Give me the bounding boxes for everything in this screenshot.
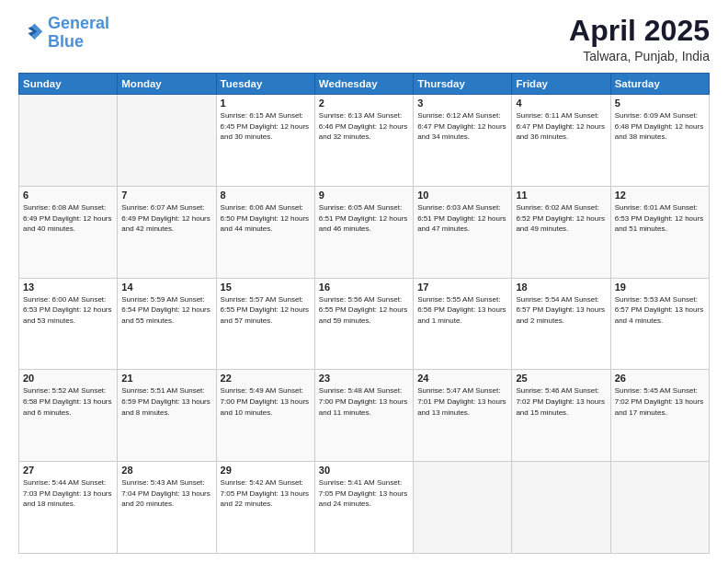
calendar-day-header: Tuesday — [216, 74, 314, 95]
calendar-cell: 17Sunrise: 5:55 AM Sunset: 6:56 PM Dayli… — [414, 278, 512, 370]
calendar-day-header: Sunday — [19, 74, 118, 95]
calendar-cell: 11Sunrise: 6:02 AM Sunset: 6:52 PM Dayli… — [512, 186, 610, 278]
calendar-cell: 6Sunrise: 6:08 AM Sunset: 6:49 PM Daylig… — [19, 186, 118, 278]
cell-content: Sunrise: 6:02 AM Sunset: 6:52 PM Dayligh… — [516, 202, 606, 235]
cell-content: Sunrise: 5:57 AM Sunset: 6:55 PM Dayligh… — [221, 294, 311, 327]
cell-content: Sunrise: 5:44 AM Sunset: 7:03 PM Dayligh… — [23, 477, 113, 510]
day-number: 24 — [417, 373, 507, 384]
calendar-week-row: 13Sunrise: 6:00 AM Sunset: 6:53 PM Dayli… — [19, 278, 710, 370]
calendar-week-row: 20Sunrise: 5:52 AM Sunset: 6:58 PM Dayli… — [19, 370, 710, 462]
title-block: April 2025 Talwara, Punjab, India — [569, 15, 710, 63]
month-title: April 2025 — [569, 15, 710, 47]
calendar-cell: 4Sunrise: 6:11 AM Sunset: 6:47 PM Daylig… — [512, 95, 610, 187]
logo-text: General Blue — [48, 15, 109, 52]
day-number: 11 — [516, 190, 606, 201]
cell-content: Sunrise: 5:48 AM Sunset: 7:00 PM Dayligh… — [319, 385, 409, 418]
calendar-cell: 26Sunrise: 5:45 AM Sunset: 7:02 PM Dayli… — [610, 370, 709, 462]
cell-content: Sunrise: 5:59 AM Sunset: 6:54 PM Dayligh… — [121, 294, 211, 327]
cell-content: Sunrise: 5:54 AM Sunset: 6:57 PM Dayligh… — [516, 294, 606, 327]
calendar-day-header: Saturday — [610, 74, 709, 95]
day-number: 22 — [221, 373, 311, 384]
calendar-cell: 5Sunrise: 6:09 AM Sunset: 6:48 PM Daylig… — [610, 95, 709, 187]
day-number: 29 — [221, 465, 311, 476]
day-number: 14 — [121, 282, 211, 293]
day-number: 23 — [319, 373, 409, 384]
day-number: 5 — [615, 98, 705, 109]
calendar-cell: 7Sunrise: 6:07 AM Sunset: 6:49 PM Daylig… — [118, 186, 216, 278]
calendar-cell: 29Sunrise: 5:42 AM Sunset: 7:05 PM Dayli… — [216, 462, 314, 554]
calendar-cell: 30Sunrise: 5:41 AM Sunset: 7:05 PM Dayli… — [314, 462, 413, 554]
day-number: 15 — [221, 282, 311, 293]
calendar-cell: 16Sunrise: 5:56 AM Sunset: 6:55 PM Dayli… — [314, 278, 413, 370]
calendar-cell: 8Sunrise: 6:06 AM Sunset: 6:50 PM Daylig… — [216, 186, 314, 278]
cell-content: Sunrise: 6:11 AM Sunset: 6:47 PM Dayligh… — [516, 110, 606, 143]
cell-content: Sunrise: 5:45 AM Sunset: 7:02 PM Dayligh… — [615, 385, 705, 418]
day-number: 19 — [615, 282, 705, 293]
day-number: 2 — [319, 98, 409, 109]
cell-content: Sunrise: 6:05 AM Sunset: 6:51 PM Dayligh… — [319, 202, 409, 235]
cell-content: Sunrise: 6:12 AM Sunset: 6:47 PM Dayligh… — [417, 110, 507, 143]
calendar-cell: 9Sunrise: 6:05 AM Sunset: 6:51 PM Daylig… — [314, 186, 413, 278]
cell-content: Sunrise: 6:09 AM Sunset: 6:48 PM Dayligh… — [615, 110, 705, 143]
day-number: 20 — [23, 373, 113, 384]
cell-content: Sunrise: 6:07 AM Sunset: 6:49 PM Dayligh… — [121, 202, 211, 235]
calendar-cell: 24Sunrise: 5:47 AM Sunset: 7:01 PM Dayli… — [414, 370, 512, 462]
cell-content: Sunrise: 6:01 AM Sunset: 6:53 PM Dayligh… — [615, 202, 705, 235]
location: Talwara, Punjab, India — [569, 49, 710, 63]
calendar-cell: 10Sunrise: 6:03 AM Sunset: 6:51 PM Dayli… — [414, 186, 512, 278]
day-number: 7 — [121, 190, 211, 201]
calendar-week-row: 6Sunrise: 6:08 AM Sunset: 6:49 PM Daylig… — [19, 186, 710, 278]
calendar-cell: 25Sunrise: 5:46 AM Sunset: 7:02 PM Dayli… — [512, 370, 610, 462]
calendar-cell: 12Sunrise: 6:01 AM Sunset: 6:53 PM Dayli… — [610, 186, 709, 278]
calendar-cell: 20Sunrise: 5:52 AM Sunset: 6:58 PM Dayli… — [19, 370, 118, 462]
calendar-cell: 2Sunrise: 6:13 AM Sunset: 6:46 PM Daylig… — [314, 95, 413, 187]
calendar-cell: 14Sunrise: 5:59 AM Sunset: 6:54 PM Dayli… — [118, 278, 216, 370]
logo-blue: Blue — [48, 32, 84, 51]
calendar-cell — [512, 462, 610, 554]
day-number: 21 — [121, 373, 211, 384]
day-number: 4 — [516, 98, 606, 109]
cell-content: Sunrise: 5:52 AM Sunset: 6:58 PM Dayligh… — [23, 385, 113, 418]
day-number: 10 — [417, 190, 507, 201]
cell-content: Sunrise: 5:53 AM Sunset: 6:57 PM Dayligh… — [615, 294, 705, 327]
day-number: 27 — [23, 465, 113, 476]
day-number: 1 — [221, 98, 311, 109]
calendar-day-header: Wednesday — [314, 74, 413, 95]
calendar-cell: 18Sunrise: 5:54 AM Sunset: 6:57 PM Dayli… — [512, 278, 610, 370]
cell-content: Sunrise: 6:08 AM Sunset: 6:49 PM Dayligh… — [23, 202, 113, 235]
calendar-cell: 3Sunrise: 6:12 AM Sunset: 6:47 PM Daylig… — [414, 95, 512, 187]
cell-content: Sunrise: 5:56 AM Sunset: 6:55 PM Dayligh… — [319, 294, 409, 327]
logo-general: General — [48, 14, 109, 32]
day-number: 18 — [516, 282, 606, 293]
calendar-cell: 15Sunrise: 5:57 AM Sunset: 6:55 PM Dayli… — [216, 278, 314, 370]
calendar-cell — [118, 95, 216, 187]
day-number: 6 — [23, 190, 113, 201]
logo-icon — [18, 20, 44, 46]
cell-content: Sunrise: 6:15 AM Sunset: 6:45 PM Dayligh… — [221, 110, 311, 143]
calendar-cell: 21Sunrise: 5:51 AM Sunset: 6:59 PM Dayli… — [118, 370, 216, 462]
logo: General Blue — [18, 15, 109, 52]
calendar-day-header: Thursday — [414, 74, 512, 95]
day-number: 8 — [221, 190, 311, 201]
cell-content: Sunrise: 5:41 AM Sunset: 7:05 PM Dayligh… — [319, 477, 409, 510]
page: General Blue April 2025 Talwara, Punjab,… — [0, 0, 728, 563]
day-number: 26 — [615, 373, 705, 384]
calendar-cell: 28Sunrise: 5:43 AM Sunset: 7:04 PM Dayli… — [118, 462, 216, 554]
calendar-cell: 19Sunrise: 5:53 AM Sunset: 6:57 PM Dayli… — [610, 278, 709, 370]
calendar-header-row: SundayMondayTuesdayWednesdayThursdayFrid… — [19, 74, 710, 95]
day-number: 16 — [319, 282, 409, 293]
calendar-cell: 1Sunrise: 6:15 AM Sunset: 6:45 PM Daylig… — [216, 95, 314, 187]
calendar-cell: 13Sunrise: 6:00 AM Sunset: 6:53 PM Dayli… — [19, 278, 118, 370]
day-number: 25 — [516, 373, 606, 384]
calendar-cell — [414, 462, 512, 554]
day-number: 13 — [23, 282, 113, 293]
cell-content: Sunrise: 5:51 AM Sunset: 6:59 PM Dayligh… — [121, 385, 211, 418]
cell-content: Sunrise: 5:47 AM Sunset: 7:01 PM Dayligh… — [417, 385, 507, 418]
calendar-day-header: Friday — [512, 74, 610, 95]
calendar-week-row: 27Sunrise: 5:44 AM Sunset: 7:03 PM Dayli… — [19, 462, 710, 554]
day-number: 28 — [121, 465, 211, 476]
cell-content: Sunrise: 5:43 AM Sunset: 7:04 PM Dayligh… — [121, 477, 211, 510]
cell-content: Sunrise: 5:49 AM Sunset: 7:00 PM Dayligh… — [221, 385, 311, 418]
header: General Blue April 2025 Talwara, Punjab,… — [18, 15, 710, 63]
day-number: 30 — [319, 465, 409, 476]
